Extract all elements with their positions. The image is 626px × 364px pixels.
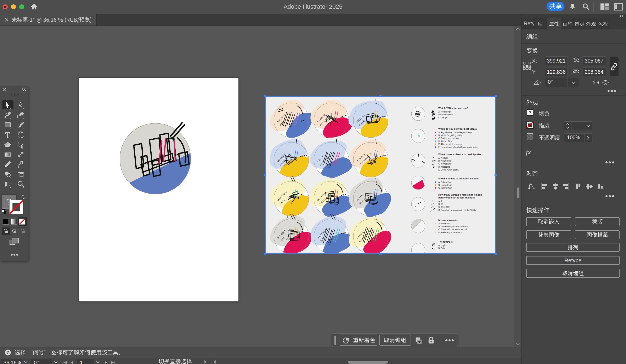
svg-text:?: ? [7, 350, 9, 355]
